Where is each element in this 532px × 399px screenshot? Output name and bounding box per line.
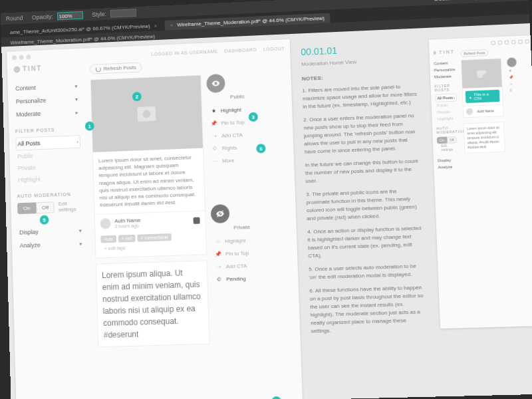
artboard-secondary: TINT Content Personalize Moderate FILTER… [429, 35, 532, 329]
author-name: Auth Name [477, 108, 494, 113]
more-icon: ⋯ [211, 158, 218, 164]
pin-icon: 📌 [215, 251, 221, 257]
action-rights[interactable]: © [508, 86, 531, 94]
edit-settings-link[interactable]: Edit settings [58, 200, 82, 213]
chevron-right-icon: › [76, 139, 78, 145]
copyright-icon: © [215, 277, 222, 283]
nav-moderate[interactable]: Moderate▸ [15, 106, 80, 122]
note-item: 5. Once a user selects auto moderation t… [309, 262, 425, 282]
tag-chip[interactable]: + convertable [137, 233, 172, 242]
refresh-posts-button[interactable]: Refresh Posts [90, 63, 142, 74]
opacity-input[interactable] [57, 11, 83, 21]
visibility-label: Private [211, 223, 273, 231]
round-label: Round [6, 15, 23, 22]
link-icon: ⇢ [211, 133, 217, 139]
toggle-on[interactable]: On [17, 202, 36, 214]
star-icon: ★ [210, 108, 217, 114]
header-bar: LOGGED IN AS USERNAME DASHBOARD LOGOUT [89, 46, 285, 59]
note-item: 2. Once a user enters the moderation pan… [303, 112, 420, 156]
style-label: Style: [92, 11, 106, 18]
camera-icon [477, 70, 487, 78]
visibility-toggle[interactable] [206, 74, 225, 93]
header-dashboard[interactable]: DASHBOARD [224, 47, 257, 53]
post-column: Lorem ipsum dolor sit amet, consectetur … [90, 74, 210, 352]
post-tags: +car + red + convertable + edit tags [95, 230, 206, 258]
chevron-right-icon: ▸ [75, 109, 78, 115]
add-tags-link[interactable]: + edit tags [101, 244, 129, 252]
toggle-on[interactable]: On [437, 137, 447, 144]
post-time: 3 hours ago [114, 223, 141, 229]
filter-section-label: FILTER POSTS [435, 83, 457, 92]
style-input[interactable] [110, 9, 136, 18]
notes-header: NOTES: [302, 70, 417, 83]
brand-logo: TINT [13, 63, 78, 73]
avatar [100, 218, 111, 229]
close-icon[interactable]: × [154, 23, 158, 29]
main-content: Refresh Posts ▸ This is a CTA Auth Name … [457, 35, 532, 328]
post-card: ▸ This is a CTA Auth Name [461, 58, 504, 118]
post-card: Lorem ipsum dolor sit amet, consectetur … [90, 74, 207, 258]
post-image-placeholder [91, 76, 203, 152]
edit-settings-link[interactable]: Edit settings [441, 143, 459, 152]
star-icon: ☆ [214, 238, 221, 244]
tag-chip[interactable]: +car [100, 235, 116, 243]
visibility-toggle[interactable] [507, 57, 517, 67]
tag-chip[interactable]: + red [118, 235, 136, 243]
post-body: Lorem ipsum dolor sit amet adipisicing e… [464, 122, 505, 153]
post-card: Lorem ipsum dolor sit amet adipisicing e… [464, 122, 505, 154]
note-item: 3. The private and public icons are the … [306, 187, 422, 223]
post-card: Lorem ipsum aliqua. Ut enim ad minim ven… [96, 261, 210, 348]
filter-highlight[interactable]: Highlight [436, 115, 458, 122]
network-icon [194, 217, 200, 224]
close-icon[interactable]: × [170, 22, 174, 28]
header-logout[interactable]: LOGOUT [263, 46, 285, 51]
mini-toolbar [460, 39, 529, 47]
filter-section-label: FILTER POSTS [15, 126, 80, 134]
refresh-icon [96, 66, 101, 72]
refresh-posts-button[interactable]: Refresh Posts [460, 49, 489, 57]
pin-icon: 📌 [210, 120, 217, 126]
camera-icon [137, 106, 156, 122]
note-item: 6. All these functions have the ability … [309, 284, 427, 336]
copyright-icon: © [211, 146, 218, 152]
chevron-down-icon: ▾ [75, 96, 78, 102]
post-image-placeholder [462, 59, 502, 88]
auto-moderation-label: AUTO MODERATION [17, 192, 82, 198]
toggle-off[interactable]: Off [36, 201, 55, 213]
visibility-toggle[interactable] [211, 204, 230, 223]
auto-moderation-label: AUTO MODERATION [436, 126, 458, 134]
link-icon: ⇢ [215, 264, 222, 270]
artboard-main: 1 2 3 6 5 4 TINT Content▾ Personalize▾ M… [7, 39, 303, 399]
eye-icon [211, 78, 220, 88]
opacity-label: Opacity: [32, 13, 53, 21]
note-item: 4. Once an action or display function is… [307, 224, 424, 260]
header-logged-in: LOGGED IN AS USERNAME [151, 49, 218, 57]
post-body: Lorem ipsum dolor sit amet, consectetur … [93, 148, 205, 215]
main-content: LOGGED IN AS USERNAME DASHBOARD LOGOUT R… [84, 39, 303, 399]
filter-highlight[interactable]: Highlight [17, 172, 82, 186]
chevron-down-icon: ▾ [74, 83, 77, 89]
window-controls [12, 55, 31, 60]
action-pending[interactable]: ©Pending [213, 271, 274, 286]
nav-moderate[interactable]: Moderate [434, 72, 456, 80]
brand-logo: TINT [434, 49, 456, 55]
visibility-label: Public [207, 92, 268, 101]
nav-analyze[interactable]: Analyze [438, 163, 460, 170]
eye-off-icon [215, 209, 225, 218]
notes-panel: 00.01.01 Moderation Home View NOTES: 1. … [297, 33, 437, 399]
toggle-off[interactable]: Off [447, 136, 457, 144]
chevron-down-icon: ▾ [79, 227, 82, 233]
auto-moderation-toggle: On Off [437, 136, 459, 144]
menu-document-setup[interactable]: Document Setup [434, 0, 479, 2]
avatar [466, 108, 473, 115]
auto-moderation-toggle: On Off Edit settings [17, 200, 82, 214]
note-item: In the future we can change this button … [305, 157, 421, 186]
nav-analyze[interactable]: Analyze▾ [18, 237, 83, 252]
post-body: Lorem ipsum aliqua. Ut enim ad minim ven… [96, 261, 209, 347]
cta-button[interactable]: ▸ This is a CTA [466, 90, 500, 103]
post-actions-column: Public ★Highlight 📌Pin to Top ⇢Add CTA ©… [206, 72, 277, 350]
chevron-down-icon: ▾ [79, 241, 82, 247]
post-meta: Auth Name [464, 104, 503, 117]
canvas-stage: 1 2 3 6 5 4 TINT Content▾ Personalize▾ M… [1, 23, 532, 399]
note-item: 1. Filters are moved into the side panel… [302, 82, 418, 111]
